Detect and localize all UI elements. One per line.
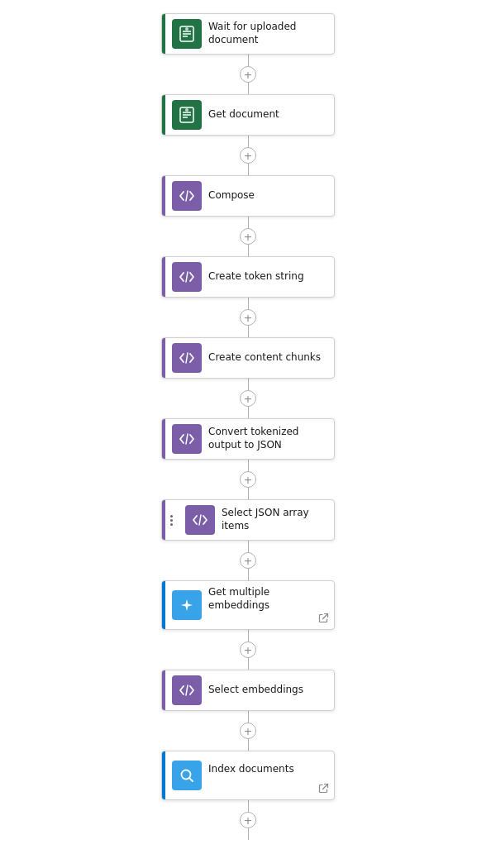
svg-point-9 xyxy=(185,108,188,112)
connector-line xyxy=(248,245,249,256)
step-left-bar xyxy=(162,751,165,799)
step-label: Compose xyxy=(208,189,334,203)
connector-line xyxy=(248,83,249,94)
step-left-bar xyxy=(162,581,165,629)
step-left-bar xyxy=(162,95,165,135)
connector-line xyxy=(248,711,249,723)
connector-line xyxy=(248,164,249,175)
add-step-button[interactable]: + xyxy=(240,390,256,407)
connector-line xyxy=(248,828,249,840)
step-icon-code xyxy=(185,505,215,535)
add-step-button[interactable]: + xyxy=(240,471,256,488)
step-icon-search xyxy=(172,761,202,790)
step-left-bar xyxy=(162,14,165,54)
step-icon-ai xyxy=(172,590,202,620)
step-label: Get multiple embeddings xyxy=(208,586,334,623)
step-icon-code xyxy=(172,262,202,292)
svg-line-16 xyxy=(186,685,188,695)
add-step-button[interactable]: + xyxy=(240,309,256,326)
step-left-bar xyxy=(162,257,165,297)
step-card-select-embeddings[interactable]: Select embeddings xyxy=(161,670,335,711)
step-icon-doc xyxy=(172,100,202,130)
connector-line xyxy=(248,630,249,641)
step-icon-code xyxy=(172,181,202,211)
step-card-get-embeddings[interactable]: Get multiple embeddings xyxy=(161,580,335,630)
svg-line-19 xyxy=(323,785,328,789)
connector-line xyxy=(248,569,249,580)
flow-container: Wait for uploaded document + Get documen… xyxy=(0,13,496,840)
connector: + xyxy=(236,630,260,670)
svg-line-18 xyxy=(189,778,193,781)
step-left-bar xyxy=(162,176,165,216)
add-step-button[interactable]: + xyxy=(240,723,256,739)
connector-line xyxy=(248,460,249,471)
connector-line xyxy=(248,739,249,751)
step-card-compose[interactable]: Compose xyxy=(161,175,335,217)
connector-line xyxy=(248,488,249,499)
step-label: Create token string xyxy=(208,270,334,284)
svg-line-15 xyxy=(323,614,328,619)
svg-point-4 xyxy=(185,27,188,31)
connector: + xyxy=(236,541,260,580)
connector-line xyxy=(248,541,249,552)
step-icon-code xyxy=(172,343,202,373)
svg-line-10 xyxy=(186,191,188,201)
connector: + xyxy=(236,136,260,175)
connector-line xyxy=(248,407,249,418)
connector: + xyxy=(236,298,260,337)
step-left-bar xyxy=(162,419,165,459)
connector: + xyxy=(236,379,260,418)
step-left-bar xyxy=(162,338,165,378)
connector-line xyxy=(248,658,249,670)
connector-line xyxy=(248,800,249,812)
step-link-icon xyxy=(318,783,329,796)
step-label: Convert tokenized output to JSON xyxy=(208,426,334,451)
step-label: Create content chunks xyxy=(208,351,334,365)
svg-line-13 xyxy=(186,434,188,444)
step-card-create-content-chunks[interactable]: Create content chunks xyxy=(161,337,335,379)
step-icon-code xyxy=(172,675,202,705)
step-left-bar xyxy=(162,670,165,710)
add-step-button[interactable]: + xyxy=(240,66,256,83)
step-card-wait-uploaded[interactable]: Wait for uploaded document xyxy=(161,13,335,55)
step-card-get-document[interactable]: Get document xyxy=(161,94,335,136)
svg-line-11 xyxy=(186,272,188,282)
connector-line xyxy=(248,217,249,228)
connector-line xyxy=(248,379,249,390)
connector-line xyxy=(248,326,249,337)
add-step-button[interactable]: + xyxy=(240,552,256,569)
connector-line xyxy=(248,136,249,147)
connector: + xyxy=(236,55,260,94)
step-link-icon xyxy=(318,613,329,626)
connector: + xyxy=(236,460,260,499)
step-icon-code xyxy=(172,424,202,454)
add-step-button[interactable]: + xyxy=(240,147,256,164)
add-step-button[interactable]: + xyxy=(240,641,256,658)
step-card-create-token-string[interactable]: Create token string xyxy=(161,256,335,298)
connector: + xyxy=(236,711,260,751)
connector: + xyxy=(236,800,260,840)
svg-line-12 xyxy=(186,353,188,363)
step-label: Select embeddings xyxy=(208,684,334,697)
add-step-button[interactable]: + xyxy=(240,812,256,828)
connector-line xyxy=(248,55,249,66)
svg-line-14 xyxy=(199,515,201,525)
step-label: Index documents xyxy=(208,763,334,788)
step-label: Wait for uploaded document xyxy=(208,21,334,46)
step-dots-indicator xyxy=(165,515,177,526)
step-label: Get document xyxy=(208,108,334,122)
connector-line xyxy=(248,298,249,309)
step-card-select-json-array[interactable]: Select JSON array items xyxy=(161,499,335,541)
step-card-index-documents[interactable]: Index documents xyxy=(161,751,335,800)
connector: + xyxy=(236,217,260,256)
step-card-convert-tokenized[interactable]: Convert tokenized output to JSON xyxy=(161,418,335,460)
step-label: Select JSON array items xyxy=(222,507,334,532)
step-icon-doc xyxy=(172,19,202,49)
add-step-button[interactable]: + xyxy=(240,228,256,245)
